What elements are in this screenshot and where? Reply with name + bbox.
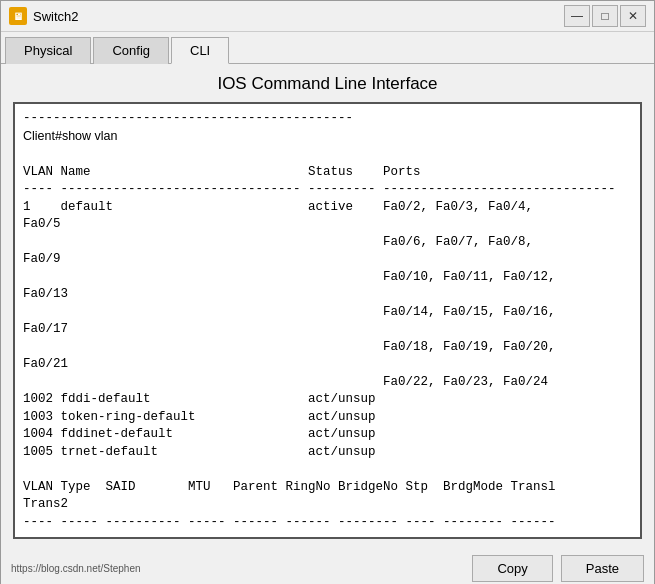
page-title: IOS Command Line Interface <box>13 74 642 94</box>
cli-prompt: Client#show vlan <box>23 129 118 143</box>
cli-scroll-area[interactable]: ----------------------------------------… <box>15 104 640 537</box>
tab-cli[interactable]: CLI <box>171 37 229 64</box>
cli-output: ----------------------------------------… <box>23 110 632 531</box>
bottom-area: https://blog.csdn.net/Stephen Copy Paste <box>1 549 654 584</box>
tab-physical[interactable]: Physical <box>5 37 91 64</box>
paste-button[interactable]: Paste <box>561 555 644 582</box>
close-button[interactable]: ✕ <box>620 5 646 27</box>
app-icon: 🖥 <box>9 7 27 25</box>
minimize-button[interactable]: — <box>564 5 590 27</box>
window-controls: — □ ✕ <box>564 5 646 27</box>
main-content: IOS Command Line Interface -------------… <box>1 64 654 549</box>
status-link: https://blog.csdn.net/Stephen <box>11 563 472 574</box>
tab-bar: Physical Config CLI <box>1 32 654 64</box>
main-window: 🖥 Switch2 — □ ✕ Physical Config CLI IOS … <box>0 0 655 584</box>
action-buttons: Copy Paste <box>472 555 644 582</box>
maximize-button[interactable]: □ <box>592 5 618 27</box>
copy-button[interactable]: Copy <box>472 555 552 582</box>
title-bar: 🖥 Switch2 — □ ✕ <box>1 1 654 32</box>
window-title: Switch2 <box>33 9 564 24</box>
tab-config[interactable]: Config <box>93 37 169 64</box>
cli-container: ----------------------------------------… <box>13 102 642 539</box>
